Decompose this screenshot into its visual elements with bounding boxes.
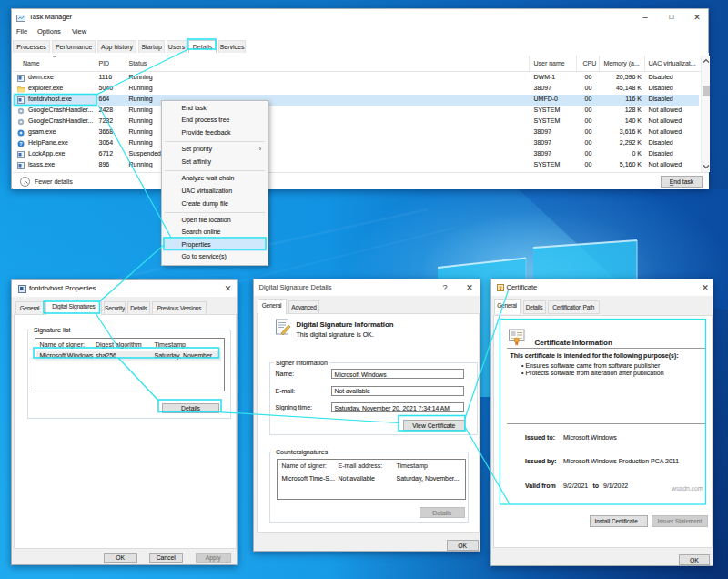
context-menu-separator xyxy=(165,170,265,171)
tab-app-history[interactable]: App history xyxy=(97,40,136,54)
column-header-name[interactable]: Name xyxy=(23,60,40,66)
context-menu-item-end-process-tree[interactable]: End process tree xyxy=(163,115,267,127)
scroll-thumb[interactable] xyxy=(703,86,710,96)
tab-details[interactable]: Details xyxy=(523,300,546,314)
process-uac: Disabled xyxy=(649,150,673,157)
process-pid: 3668 xyxy=(99,128,114,135)
signing-time-field[interactable]: Saturday, November 20, 2021 7:34:14 AM xyxy=(331,402,464,412)
task-manager-footer: Fewer details End task xyxy=(13,172,709,189)
tab-details[interactable]: Details xyxy=(127,301,150,315)
context-menu: End taskEnd process treeProvide feedback… xyxy=(161,100,268,266)
process-row[interactable]: explorer.exe5040Running380970045,148 KDi… xyxy=(13,84,699,95)
email-field[interactable]: Not available xyxy=(331,386,464,396)
tab-general[interactable]: General xyxy=(258,299,287,314)
tab-users[interactable]: Users xyxy=(167,40,187,54)
context-menu-item-analyze-wait-chain[interactable]: Analyze wait chain xyxy=(163,172,267,185)
sig-col-digest: Digest algorithm xyxy=(96,341,142,348)
apply-button[interactable]: Apply xyxy=(196,553,232,564)
issuer-statement-button[interactable]: Issuer Statement xyxy=(652,515,708,527)
certificate-title: Certificate xyxy=(507,283,538,291)
tab-services[interactable]: Services xyxy=(218,40,246,54)
process-name: gsam.exe xyxy=(28,128,56,135)
sig-row-name: Microsoft Windows xyxy=(40,352,94,359)
close-icon[interactable]: ✕ xyxy=(685,9,709,25)
scroll-down-icon[interactable] xyxy=(703,164,710,169)
details-button-disabled[interactable]: Details xyxy=(420,507,465,518)
name-label: Name: xyxy=(276,371,295,377)
process-memory: 45,148 K xyxy=(577,85,642,91)
menu-file[interactable]: File xyxy=(16,27,27,36)
cs-row-name[interactable]: Microsoft Time-S... xyxy=(282,475,335,482)
process-pid: 1116 xyxy=(99,74,113,80)
view-certificate-button[interactable]: View Certificate xyxy=(403,420,465,431)
tab-general[interactable]: General xyxy=(494,299,521,314)
tab-processes[interactable]: Processes xyxy=(13,40,50,54)
process-name: lsass.exe xyxy=(28,161,55,168)
tab-performance[interactable]: Performance xyxy=(52,40,96,54)
close-icon[interactable]: ✕ xyxy=(697,279,713,296)
tab-certification-path[interactable]: Certification Path xyxy=(548,300,601,314)
context-menu-item-open-file-location[interactable]: Open file location xyxy=(163,214,267,227)
process-row[interactable]: fontdrvhost.exe664RunningUMFD-000116 KDi… xyxy=(13,95,699,106)
menu-view[interactable]: View xyxy=(72,27,86,36)
tab-digital-signatures[interactable]: Digital Signatures xyxy=(46,300,102,315)
signature-table: Name of signer: Digest algorithm Timesta… xyxy=(35,338,225,391)
context-menu-item-set-affinity[interactable]: Set affinity xyxy=(163,156,267,168)
context-menu-item-go-to-service-s[interactable]: Go to service(s) xyxy=(163,251,267,264)
close-icon[interactable]: ✕ xyxy=(219,280,238,297)
context-menu-item-create-dump-file[interactable]: Create dump file xyxy=(163,198,267,210)
column-header-cpu[interactable]: CPU xyxy=(583,60,597,66)
column-header-uac[interactable]: UAC virtualizat... xyxy=(649,60,696,66)
minimize-icon[interactable]: – xyxy=(633,9,657,25)
process-uac: Not allowed xyxy=(649,161,682,168)
context-menu-item-search-online[interactable]: Search online xyxy=(163,227,267,239)
ok-button[interactable]: OK xyxy=(679,554,710,566)
maximize-icon[interactable]: □ xyxy=(660,9,683,25)
context-menu-item-properties[interactable]: Properties xyxy=(163,239,267,251)
context-menu-item-end-task[interactable]: End task xyxy=(163,102,267,115)
tab-advanced[interactable]: Advanced xyxy=(288,300,319,314)
column-header-user[interactable]: User name xyxy=(534,60,565,66)
process-row[interactable]: GoogleCrashHandler...2428RunningSYSTEM00… xyxy=(13,106,699,117)
ok-button[interactable]: OK xyxy=(104,553,137,564)
name-field[interactable]: Microsoft Windows xyxy=(331,369,464,379)
context-menu-item-label: Properties xyxy=(182,241,211,248)
details-button[interactable]: Details xyxy=(162,403,219,413)
task-manager-titlebar[interactable]: Task Manager – □ ✕ xyxy=(12,9,708,25)
install-certificate-button[interactable]: Install Certificate... xyxy=(590,515,648,527)
process-row[interactable]: LockApp.exe6712Suspended38097000 KDisabl… xyxy=(13,149,699,160)
task-manager-window: Task Manager – □ ✕ File Options View Pro… xyxy=(11,8,709,189)
process-row[interactable]: lsass.exe896RunningSYSTEM005,160 KNot al… xyxy=(13,160,699,171)
tab-security[interactable]: Security xyxy=(104,301,126,315)
cs-col-timestamp: Timestamp xyxy=(397,462,428,469)
tab-previous-versions[interactable]: Previous Versions xyxy=(152,301,207,315)
close-icon[interactable]: ✕ xyxy=(460,279,479,296)
signature-details-titlebar[interactable]: Digital Signature Details ? ✕ xyxy=(254,279,480,296)
menu-options[interactable]: Options xyxy=(37,27,61,36)
column-header-memory[interactable]: Memory (a... xyxy=(604,60,640,66)
column-header-status[interactable]: Status xyxy=(129,60,147,66)
process-row[interactable]: ?HelpPane.exe3064Running38097002,292 KDi… xyxy=(13,138,699,149)
ok-button[interactable]: OK xyxy=(447,540,479,551)
scrollbar[interactable] xyxy=(701,56,711,172)
end-task-button[interactable]: End task xyxy=(661,176,703,188)
context-menu-item-provide-feedback[interactable]: Provide feedback xyxy=(163,127,267,139)
scroll-up-icon[interactable] xyxy=(703,58,710,64)
process-row[interactable]: GoogleCrashHandler...7232RunningSYSTEM00… xyxy=(13,117,699,127)
process-row[interactable]: gsam.exe3668Running38097003,616 KNot all… xyxy=(13,127,699,138)
tab-general[interactable]: General xyxy=(15,301,44,315)
tab-details[interactable]: Details xyxy=(188,40,217,54)
cancel-button[interactable]: Cancel xyxy=(149,553,183,564)
countersignatures-label: Countersignatures xyxy=(274,449,329,455)
process-row[interactable]: dwm.exe1116RunningDWM-10020,596 KDisable… xyxy=(13,73,699,84)
tab-startup[interactable]: Startup xyxy=(138,40,165,54)
help-icon[interactable]: ? xyxy=(436,279,454,296)
certificate-titlebar[interactable]: Certificate ✕ xyxy=(491,279,713,296)
context-menu-item-uac-virtualization[interactable]: UAC virtualization xyxy=(163,185,267,198)
signature-row[interactable]: Microsoft Windows sha256 Saturday, Novem… xyxy=(36,351,221,361)
certificate-dialog: Certificate ✕ General Details Certificat… xyxy=(490,279,713,566)
context-menu-item-set-priority[interactable]: Set priority› xyxy=(163,144,267,157)
window-icon xyxy=(17,162,25,169)
column-header-pid[interactable]: PID xyxy=(99,60,110,66)
properties-titlebar[interactable]: fontdrvhost Properties ✕ xyxy=(12,280,238,297)
